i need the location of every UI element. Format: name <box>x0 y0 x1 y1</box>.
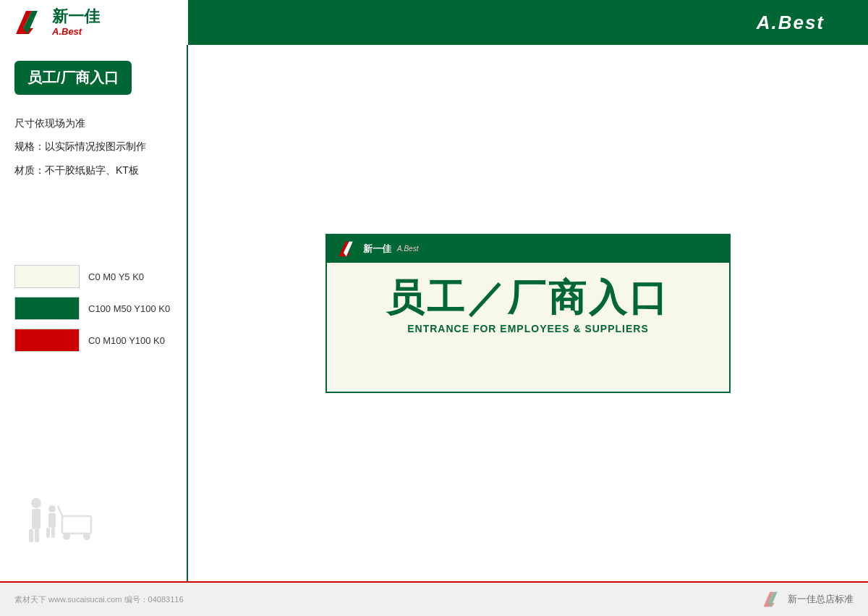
svg-point-6 <box>48 505 56 512</box>
sign-logo-mini: 新一佳 <box>363 242 391 256</box>
swatch-box-1 <box>14 265 80 288</box>
svg-rect-4 <box>29 529 33 542</box>
svg-line-11 <box>58 506 62 516</box>
sign-preview: 新一佳 A.Best 员工／厂商入口 ENTRANCE FOR EMPLOYEE… <box>326 234 731 393</box>
bottom-brand-text: 新一佳总店标准 <box>788 593 854 606</box>
swatch-label-3: C0 M100 Y100 K0 <box>88 335 165 346</box>
sign-top-bar: 新一佳 A.Best <box>327 235 729 263</box>
swatch-row-3: C0 M100 Y100 K0 <box>14 329 172 352</box>
section-badge: 员工/厂商入口 <box>14 61 132 95</box>
svg-rect-9 <box>51 528 55 538</box>
swatch-label-2: C100 M50 Y100 K0 <box>88 303 170 314</box>
bottom-watermark: 素材天下 www.sucaisucai.com 编号：04083116 <box>14 594 184 605</box>
spec-item-1: 尺寸依现场为准 <box>14 115 172 131</box>
bottom-left: 素材天下 www.sucaisucai.com 编号：04083116 <box>14 594 184 605</box>
svg-rect-8 <box>46 528 50 538</box>
logo-text: 新一佳 A.Best <box>52 8 100 36</box>
sign-logo-chinese-mini: 新一佳 <box>363 242 391 256</box>
bottom-logo-icon <box>762 590 782 609</box>
silhouettes <box>22 496 109 547</box>
sign-logo-english-mini: A.Best <box>397 245 418 253</box>
svg-point-13 <box>83 533 90 540</box>
sign-body: 员工／厂商入口 ENTRANCE FOR EMPLOYEES & SUPPLIE… <box>327 263 729 342</box>
right-panel: 新一佳 A.Best 员工／厂商入口 ENTRANCE FOR EMPLOYEE… <box>188 45 868 581</box>
sign-logo-icon <box>337 240 357 258</box>
logo-icon <box>13 8 45 37</box>
swatch-box-2 <box>14 297 80 320</box>
svg-rect-10 <box>62 516 91 533</box>
swatch-box-3 <box>14 329 80 352</box>
header-bar: 新一佳 A.Best A.Best <box>0 0 868 45</box>
svg-rect-5 <box>35 529 39 542</box>
logo-english-text: A.Best <box>52 26 100 37</box>
spec-item-3: 材质：不干胶纸贴字、KT板 <box>14 162 172 178</box>
svg-point-12 <box>63 533 70 540</box>
header-title: A.Best <box>757 12 825 34</box>
spec-list: 尺寸依现场为准 规格：以实际情况按图示制作 材质：不干胶纸贴字、KT板 <box>14 115 172 178</box>
color-swatches: C0 M0 Y5 K0 C100 M50 Y100 K0 C0 M100 Y10… <box>14 265 172 352</box>
left-panel: 员工/厂商入口 尺寸依现场为准 规格：以实际情况按图示制作 材质：不干胶纸贴字、… <box>0 45 188 581</box>
swatch-row-1: C0 M0 Y5 K0 <box>14 265 172 288</box>
svg-rect-7 <box>48 513 56 528</box>
swatch-label-1: C0 M0 Y5 K0 <box>88 271 144 282</box>
svg-point-2 <box>31 498 41 508</box>
sign-sub-text: ENTRANCE FOR EMPLOYEES & SUPPLIERS <box>334 323 722 334</box>
sign-main-text: 员工／厂商入口 <box>334 277 722 318</box>
main-content: 员工/厂商入口 尺寸依现场为准 规格：以实际情况按图示制作 材质：不干胶纸贴字、… <box>0 45 868 581</box>
spec-item-2: 规格：以实际情况按图示制作 <box>14 138 172 154</box>
logo-chinese-text: 新一佳 <box>52 8 100 25</box>
logo-area: 新一佳 A.Best <box>0 0 188 45</box>
bottom-right: 新一佳总店标准 <box>762 590 854 609</box>
bottom-strip: 素材天下 www.sucaisucai.com 编号：04083116 新一佳总… <box>0 581 868 616</box>
svg-rect-3 <box>32 509 41 529</box>
swatch-row-2: C100 M50 Y100 K0 <box>14 297 172 320</box>
